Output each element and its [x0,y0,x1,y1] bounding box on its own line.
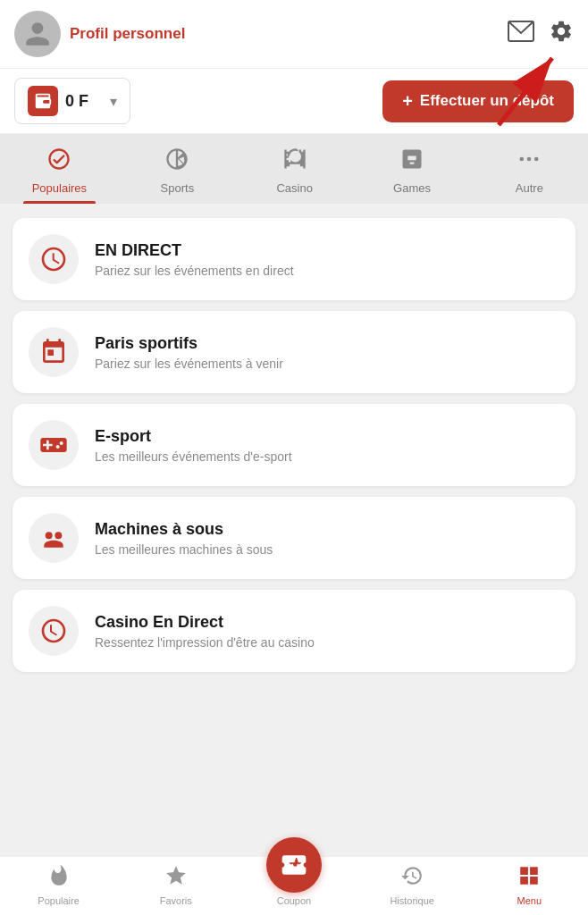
profile-name: Profil personnel [70,25,185,43]
bottom-nav-historique-label: Historique [390,895,434,906]
bottom-nav: Populaire Favoris Coupon [0,856,588,915]
header-icons [508,19,574,50]
header: Profil personnel [0,0,588,69]
tab-autre[interactable]: Autre [493,141,565,204]
balance-bar: 0 F ▾ + Effectuer un dépôt [0,69,588,134]
clock-icon [400,864,424,893]
casino-icon [282,147,307,178]
autre-icon [517,147,542,178]
menu-item-esport[interactable]: E-sport Les meilleurs événements d'e-spo… [13,404,575,486]
bottom-nav-historique[interactable]: Historique [385,864,439,906]
en-direct-subtitle: Pariez sur les événements en direct [95,264,559,278]
coupon-button[interactable] [266,837,322,893]
tab-populaires[interactable]: Populaires [23,141,96,204]
svg-point-6 [46,532,53,539]
bottom-nav-menu-label: Menu [517,895,542,906]
bottom-nav-coupon[interactable]: Coupon [266,864,322,906]
message-icon[interactable] [508,21,534,48]
populaires-icon [46,147,71,178]
casino-direct-subtitle: Ressentez l'impression d'être au casino [95,635,559,650]
svg-point-7 [55,532,62,539]
casino-direct-title: Casino En Direct [95,613,559,632]
tab-casino-label: Casino [276,181,312,195]
avatar[interactable] [14,11,61,57]
tab-games-label: Games [393,181,431,195]
bottom-nav-populaire-label: Populaire [38,895,79,906]
menu-item-paris-sportifs[interactable]: Paris sportifs Pariez sur les événements… [13,311,575,393]
tab-sports-label: Sports [161,181,195,195]
star-icon [164,864,188,893]
svg-point-3 [520,157,525,162]
paris-sportifs-subtitle: Pariez sur les événements à venir [95,357,559,371]
esport-subtitle: Les meilleurs événements d'e-sport [95,449,559,464]
tab-games[interactable]: Games [376,141,448,204]
esport-icon [29,420,79,470]
deposit-label: Effectuer un dépôt [420,92,554,110]
nav-tabs: Populaires Sports Casino [0,134,588,204]
grid-icon [517,864,541,893]
machines-sous-subtitle: Les meilleures machines à sous [95,542,559,557]
page-wrapper: Profil personnel 0 F [0,0,588,915]
balance-chevron-icon: ▾ [110,93,117,110]
games-icon [399,147,424,178]
machines-sous-icon [29,513,79,563]
paris-sportifs-icon [29,327,79,377]
settings-icon[interactable] [549,19,574,50]
casino-direct-icon [29,606,79,656]
bottom-nav-favoris[interactable]: Favoris [149,864,203,906]
paris-sportifs-title: Paris sportifs [95,334,559,353]
menu-item-en-direct[interactable]: EN DIRECT Pariez sur les événements en d… [13,218,575,300]
balance-amount: 0 F [65,92,103,111]
bottom-nav-menu[interactable]: Menu [502,864,556,906]
menu-item-casino-direct[interactable]: Casino En Direct Ressentez l'impression … [13,590,575,672]
deposit-button[interactable]: + Effectuer un dépôt [382,80,574,122]
esport-text: E-sport Les meilleurs événements d'e-spo… [95,427,559,464]
fire-icon [47,864,71,893]
header-left: Profil personnel [14,11,185,57]
casino-direct-text: Casino En Direct Ressentez l'impression … [95,613,559,650]
esport-title: E-sport [95,427,559,446]
deposit-plus: + [402,91,413,112]
tab-sports[interactable]: Sports [141,141,213,204]
menu-item-machines-sous[interactable]: Machines à sous Les meilleures machines … [13,497,575,579]
svg-point-5 [534,157,539,162]
content-area: EN DIRECT Pariez sur les événements en d… [0,204,588,758]
tab-casino[interactable]: Casino [259,141,331,204]
bottom-nav-populaire[interactable]: Populaire [32,864,86,906]
en-direct-text: EN DIRECT Pariez sur les événements en d… [95,241,559,278]
wallet-icon [28,86,58,116]
svg-point-4 [527,157,532,162]
en-direct-title: EN DIRECT [95,241,559,260]
tab-autre-label: Autre [516,181,543,195]
balance-box[interactable]: 0 F ▾ [14,78,130,124]
paris-sportifs-text: Paris sportifs Pariez sur les événements… [95,334,559,371]
sports-icon [164,147,189,178]
bottom-nav-coupon-label: Coupon [277,895,312,906]
tab-populaires-label: Populaires [32,181,87,195]
machines-sous-text: Machines à sous Les meilleures machines … [95,520,559,557]
machines-sous-title: Machines à sous [95,520,559,539]
main-content: EN DIRECT Pariez sur les événements en d… [0,204,588,686]
en-direct-icon [29,234,79,284]
bottom-nav-favoris-label: Favoris [160,895,192,906]
